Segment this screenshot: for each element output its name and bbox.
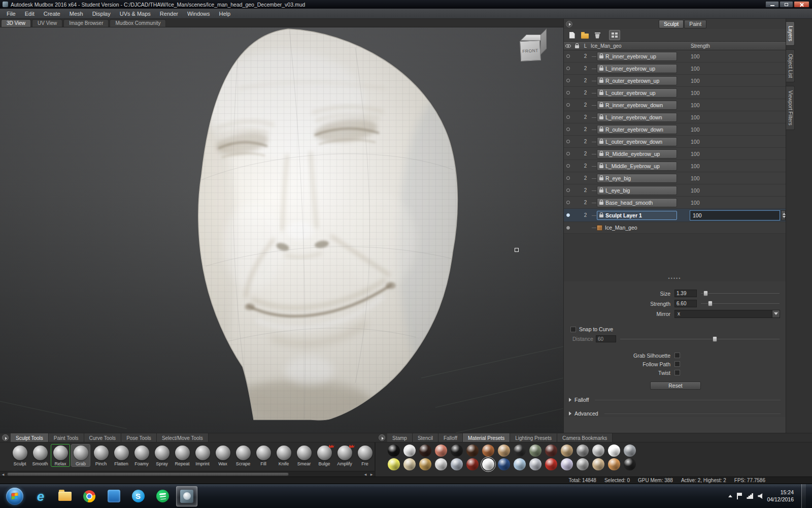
side-tab-viewport-filters[interactable]: Viewport Filters: [786, 86, 795, 130]
layer-name-pill[interactable]: R_Middle_eyebrow_up: [597, 149, 677, 158]
layer-visibility-cell[interactable]: [564, 164, 572, 168]
material-swatch-1-14[interactable]: [592, 444, 604, 457]
material-swatch-1-12[interactable]: [561, 444, 573, 457]
menu-item-display[interactable]: Display: [88, 10, 115, 18]
layer-name-pill[interactable]: R_outer_eyebrown_up: [597, 76, 677, 85]
layer-name-pill[interactable]: R_eye_big: [597, 174, 677, 183]
material-swatch-2-13[interactable]: [577, 458, 589, 470]
layer-name-pill[interactable]: Base_head_smooth: [597, 198, 677, 207]
layer-visibility-dot[interactable]: [566, 201, 570, 204]
layer-visibility-cell[interactable]: [564, 201, 572, 204]
mudbox-taskbar-button[interactable]: [176, 486, 197, 506]
layer-name-pill[interactable]: L_Middle_Eyebrow_up: [597, 162, 677, 171]
tool-tab-sculpt-tools[interactable]: Sculpt Tools: [11, 433, 49, 442]
tool-sculpt[interactable]: Sculpt: [10, 444, 29, 467]
material-swatch-2-11[interactable]: [545, 458, 557, 470]
scroll-left-icon[interactable]: ◀: [362, 472, 368, 476]
internet-explorer-taskbar-button[interactable]: e: [30, 486, 51, 506]
panel-splitter[interactable]: •••••: [564, 275, 786, 281]
layer-visibility-cell[interactable]: [564, 91, 572, 94]
falloff-section-header[interactable]: Falloff: [564, 396, 786, 403]
material-swatch-1-15[interactable]: [608, 444, 620, 457]
tool-foamy[interactable]: Foamy: [132, 444, 151, 467]
layer-visibility-cell[interactable]: [564, 128, 572, 131]
layer-name-pill[interactable]: Sculpt Layer 1: [597, 211, 677, 220]
layer-row-l-outer-eyebrow-down[interactable]: 2L_outer_eyebrow_down100: [564, 136, 786, 148]
new-folder-button[interactable]: [579, 30, 590, 40]
hidden-icons-chevron[interactable]: [728, 495, 732, 497]
layer-row-r-inner-eyebrow-up[interactable]: 2R_inner_eyebrow_up100: [564, 50, 786, 62]
menu-item-render[interactable]: Render: [155, 10, 183, 18]
layer-visibility-dot[interactable]: [566, 103, 570, 107]
sculpt-mode-button[interactable]: Sculpt: [659, 20, 684, 28]
tool-fill[interactable]: Fill: [254, 444, 273, 467]
distance-input[interactable]: 60: [596, 335, 616, 342]
follow-path-checkbox[interactable]: [674, 361, 680, 367]
material-swatch-2-8[interactable]: [498, 458, 510, 470]
tool-knife[interactable]: Knife: [274, 444, 293, 467]
layer-visibility-dot[interactable]: [566, 176, 570, 180]
tool-tab-select-move-tools[interactable]: Select/Move Tools: [157, 433, 209, 442]
material-swatch-1-2[interactable]: [403, 444, 416, 457]
layer-visibility-cell[interactable]: [564, 188, 572, 192]
tool-tab-curve-tools[interactable]: Curve Tools: [84, 433, 122, 442]
layer-row-l-eye-big[interactable]: 2L_eye_big100: [564, 184, 786, 197]
layer-row-r-outer-eyebrown-up[interactable]: 2R_outer_eyebrown_up100: [564, 75, 786, 87]
geometry-tree-row[interactable]: Ice_Man_geo: [564, 222, 786, 233]
layer-name-pill[interactable]: L_inner_eyebrow_up: [597, 64, 677, 73]
menu-item-create[interactable]: Create: [39, 10, 65, 18]
tool-tab-paint-tools[interactable]: Paint Tools: [49, 433, 84, 442]
layer-row-l-outer-eyebrow-up[interactable]: 2L_outer_eyebrow_up100: [564, 87, 786, 99]
layer-visibility-cell[interactable]: [564, 213, 572, 217]
material-swatch-2-1[interactable]: [388, 458, 400, 470]
material-swatch-2-9[interactable]: [514, 458, 526, 470]
menu-item-uvs-maps[interactable]: UVs & Maps: [115, 10, 155, 18]
show-desktop-button[interactable]: [801, 484, 806, 508]
menu-item-help[interactable]: Help: [215, 10, 235, 18]
material-swatch-1-10[interactable]: [529, 444, 542, 457]
layer-row-l-inner-eyebrow-up[interactable]: 2L_inner_eyebrow_up100: [564, 62, 786, 75]
scrollbar-thumb[interactable]: [7, 472, 289, 476]
layer-visibility-dot[interactable]: [566, 152, 570, 155]
strength-slider[interactable]: [701, 300, 780, 307]
layer-visibility-dot[interactable]: [566, 164, 570, 168]
tool-pinch[interactable]: Pinch: [91, 444, 111, 467]
layer-row-l-inner-eyebrow-down[interactable]: 2L_inner_eyebrow_down100: [564, 111, 786, 123]
material-swatch-1-8[interactable]: [498, 444, 510, 457]
material-swatch-2-4[interactable]: [435, 458, 447, 470]
layer-view-button[interactable]: [609, 30, 620, 40]
tray-tab-camera-bookmarks[interactable]: Camera Bookmarks: [557, 433, 613, 442]
tray-tab-falloff[interactable]: Falloff: [438, 433, 463, 442]
tool-imprint[interactable]: Imprint: [193, 444, 212, 467]
mirror-dropdown[interactable]: x: [674, 310, 780, 318]
material-swatch-1-11[interactable]: [545, 444, 557, 457]
tool-spray[interactable]: Spray: [152, 444, 172, 467]
menu-item-mesh[interactable]: Mesh: [65, 10, 88, 18]
new-layer-button[interactable]: [566, 30, 578, 40]
strength-input[interactable]: 6.60: [674, 300, 697, 307]
minimize-button[interactable]: [765, 1, 779, 8]
right-tray-collapse-button[interactable]: [379, 434, 385, 441]
layer-visibility-dot[interactable]: [566, 128, 570, 131]
paint-mode-button[interactable]: Paint: [684, 20, 706, 28]
view-tab-uv-view[interactable]: UV View: [32, 19, 62, 27]
material-swatch-1-13[interactable]: [577, 444, 589, 457]
layer-visibility-dot[interactable]: [566, 213, 570, 217]
visibility-column-icon[interactable]: [565, 44, 571, 48]
delete-layer-button[interactable]: [592, 30, 603, 40]
tool-relax[interactable]: Relax: [51, 444, 70, 467]
tool-tab-pose-tools[interactable]: Pose Tools: [121, 433, 157, 442]
view-cube-front-face[interactable]: FRONT: [520, 40, 541, 61]
layer-name-pill[interactable]: R_outer_eyebrow_down: [597, 125, 677, 134]
file-explorer-taskbar-button[interactable]: [54, 486, 76, 506]
volume-icon[interactable]: [758, 493, 762, 499]
taskbar-clock[interactable]: 15:24 04/12/2016: [767, 489, 794, 503]
material-swatch-2-3[interactable]: [419, 458, 431, 470]
layer-name-pill[interactable]: L_outer_eyebrow_up: [597, 88, 677, 98]
reset-button[interactable]: Reset: [650, 382, 701, 390]
left-tray-collapse-button[interactable]: [2, 434, 9, 441]
layer-row-base-head-smooth[interactable]: 2Base_head_smooth100: [564, 197, 786, 209]
layer-strength-input[interactable]: 100: [690, 210, 780, 220]
layer-name-pill[interactable]: R_inner_eyebrow_down: [597, 101, 677, 110]
material-swatch-1-3[interactable]: [419, 444, 431, 457]
